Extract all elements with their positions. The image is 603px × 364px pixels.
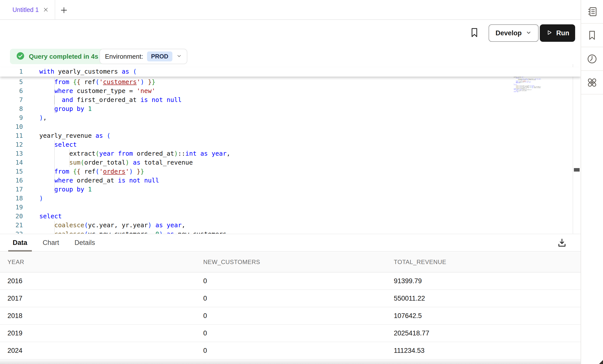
download-icon[interactable]: [556, 237, 568, 249]
code-text: select: [39, 212, 62, 221]
develop-dropdown[interactable]: Develop: [489, 24, 539, 42]
code-token: [39, 87, 54, 94]
code-text: and first_ordered_at is not null: [39, 95, 182, 104]
code-token: ): [141, 78, 144, 86]
ref-model-link[interactable]: orders: [103, 168, 125, 175]
code-line: 9),: [0, 113, 581, 122]
code-line: 10: [0, 122, 581, 131]
editor-scrollbar-track[interactable]: [573, 64, 581, 234]
code-token: total_revenue: [533, 87, 541, 88]
line-number: 13: [0, 149, 39, 158]
line-number: 5: [0, 78, 39, 87]
code-token: [39, 105, 54, 112]
table-cell: 2016: [0, 277, 196, 285]
column-total-revenue: TOTAL_REVENUE: [386, 259, 581, 266]
code-token: [208, 150, 211, 157]
indent-guide: [69, 149, 70, 167]
window-resize-corner[interactable]: [599, 360, 603, 364]
query-status-text: Query completed in 4s: [29, 53, 98, 60]
bookmark-icon[interactable]: [469, 27, 480, 38]
table-row: 201902025418.77: [0, 325, 581, 342]
table-cell: 107642.5: [386, 312, 581, 320]
table-row: 20180107642.5: [0, 307, 581, 325]
column-new-customers: NEW_CUSTOMERS: [196, 259, 386, 266]
code-token: (: [84, 230, 88, 234]
code-token: {: [77, 168, 81, 175]
tab-details[interactable]: Details: [70, 234, 100, 251]
code-token: [163, 222, 167, 229]
code-token: ): [39, 114, 43, 121]
code-token: ': [99, 168, 103, 175]
code-token: ): [174, 150, 178, 157]
editor-scrollbar-handle[interactable]: [574, 168, 580, 172]
code-token: }: [141, 168, 144, 175]
tab-chart[interactable]: Chart: [38, 234, 64, 251]
chevron-down-icon: [176, 53, 182, 60]
code-token: extract: [39, 150, 96, 157]
code-token: ': [99, 78, 103, 86]
code-text: where ordered_at is not null: [39, 176, 159, 185]
results-tab-bar: Data Chart Details: [0, 234, 581, 252]
line-number: 18: [0, 194, 39, 203]
tab-data[interactable]: Data: [8, 234, 32, 251]
indent-guide: [54, 140, 55, 194]
tab-bar: Untitled 1: [0, 0, 603, 20]
line-number: 7: [0, 95, 39, 104]
table-cell: 91399.79: [386, 277, 581, 285]
editor-minimap[interactable]: with yearly_customers as ( select extrac…: [514, 68, 571, 157]
line-number: 17: [0, 185, 39, 194]
table-cell: 2018: [0, 312, 196, 320]
close-tab-icon[interactable]: [43, 7, 49, 13]
code-text: with yearly_customers as (: [39, 67, 137, 76]
code-text: ),: [39, 113, 47, 122]
code-token: is not null: [118, 177, 159, 184]
code-token: customer_type =: [73, 87, 137, 94]
code-token: yearly_revenue: [39, 132, 96, 139]
code-token: as: [133, 159, 140, 166]
tab-chart-label: Chart: [43, 239, 59, 247]
code-line: 19: [0, 203, 581, 212]
code-line: 12 select: [0, 140, 581, 149]
table-cell: 0: [196, 329, 386, 337]
table-cell: 2024: [0, 347, 196, 355]
table-cell: 2019: [0, 329, 196, 337]
code-token: 1: [88, 105, 92, 112]
code-token: order by: [514, 91, 518, 92]
right-sidebar: [581, 0, 603, 364]
code-token: ref: [81, 168, 96, 175]
code-token: (: [96, 168, 99, 175]
code-text: coalesce(yc.new_customers, 0) as new_cus…: [39, 230, 230, 234]
code-line: 8 group by 1: [0, 104, 581, 113]
code-lines: 5 from {{ ref('customers') }}6 where cus…: [0, 78, 581, 234]
table-cell: 0: [196, 277, 386, 285]
code-token: 1: [88, 186, 92, 193]
code-token: (: [84, 222, 88, 229]
line-number: 12: [0, 140, 39, 149]
code-token: as: [167, 230, 174, 234]
bookmark-icon[interactable]: [581, 24, 603, 47]
code-token: ordered_at: [73, 177, 118, 184]
sql-code-editor[interactable]: 5 from {{ ref('customers') }}6 where cus…: [0, 64, 581, 234]
run-button[interactable]: Run: [540, 24, 575, 42]
query-status-pill: Query completed in 4s: [10, 49, 104, 64]
code-token: {: [73, 78, 77, 86]
tab-untitled-1[interactable]: Untitled 1: [0, 0, 55, 19]
table-cell: 2025418.77: [386, 329, 581, 337]
code-token: sum: [39, 159, 81, 166]
compass-icon[interactable]: [581, 71, 603, 94]
environment-selector[interactable]: Environment: PROD: [100, 49, 187, 64]
code-token: total_revenue: [140, 159, 193, 166]
code-token: year: [167, 222, 182, 229]
code-token: 1: [519, 91, 519, 92]
code-token: ,: [43, 114, 47, 121]
tab-details-label: Details: [75, 239, 95, 247]
notebook-icon[interactable]: [581, 0, 603, 24]
history-icon[interactable]: [581, 47, 603, 71]
code-token: 'new': [137, 87, 155, 94]
code-token: year: [99, 150, 114, 157]
code-token: yc.new_customers,: [88, 230, 155, 234]
code-token: is not null: [140, 96, 182, 103]
new-tab-button[interactable]: [60, 6, 68, 14]
ref-model-link[interactable]: customers: [103, 78, 137, 86]
code-token: order_total: [84, 159, 126, 166]
